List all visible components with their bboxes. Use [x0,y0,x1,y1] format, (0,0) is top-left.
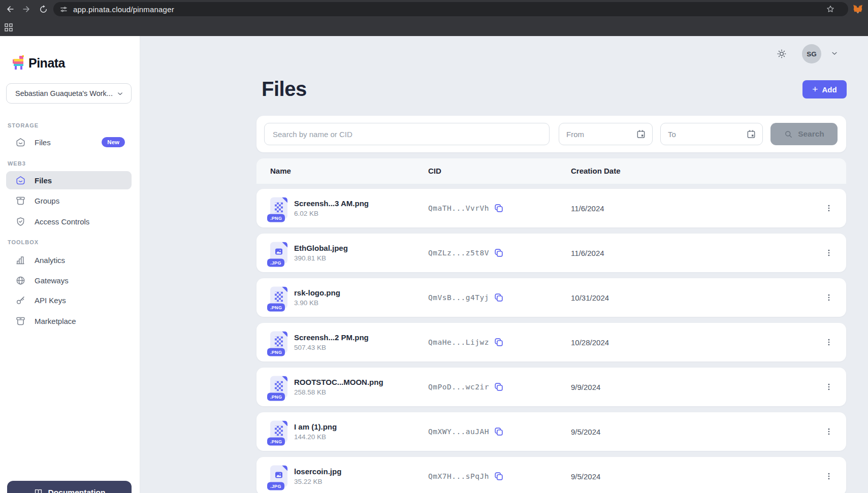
file-name-cell: EthGlobal.jpeg 390.81 KB [294,244,348,262]
calendar-icon [636,129,646,139]
sidebar-item-api-keys[interactable]: API Keys [6,291,132,309]
sidebar-item-groups[interactable]: Groups [6,191,132,210]
file-name-cell: Screensh...3 AM.png 6.02 KB [294,199,369,217]
search-button[interactable]: Search [770,123,838,145]
copy-icon [493,426,504,437]
row-menu-button[interactable] [822,201,836,215]
file-cid: QmZLz...z5t8V [428,249,489,257]
date-to-field[interactable] [660,123,763,145]
png-checker-glyph [275,337,283,347]
sidebar-item-files-storage[interactable]: Files New [6,133,132,151]
file-cid: QmX7H...sPqJh [428,472,489,480]
table-row[interactable]: .PNG I am (1).png 144.20 KB QmXWY...auJA… [256,412,846,451]
column-header-date: Creation Date [571,167,621,175]
file-cid: QmXWY...auJAH [428,428,489,436]
file-type-icon: .PNG [270,376,287,398]
file-cid: QmVsB...g4Tyj [428,293,489,302]
file-type-icon: .PNG [270,287,287,309]
new-badge: New [102,137,125,147]
copy-cid-button[interactable] [492,336,505,349]
row-menu-button[interactable] [822,469,836,483]
dots-vertical-icon [824,204,833,213]
column-header-cid: CID [428,167,441,175]
file-ext-badge: .PNG [267,393,285,401]
user-avatar[interactable]: SG [802,44,821,63]
pin-files-icon [15,137,26,148]
row-menu-button[interactable] [822,290,836,305]
file-name: rsk-logo.png [294,288,340,297]
forward-arrow-icon [21,4,31,14]
table-row[interactable]: .JPG EthGlobal.jpeg 390.81 KB QmZLz...z5… [256,234,846,272]
copy-icon [493,471,504,482]
copy-cid-button[interactable] [492,291,505,304]
browser-back-button[interactable] [4,3,16,15]
row-menu-button[interactable] [822,380,836,394]
row-menu-button[interactable] [822,246,836,260]
file-size: 144.20 KB [294,433,337,441]
sidebar: Pinata Sebastian Guaqueta's Work... STOR… [0,36,140,493]
table-row[interactable]: .PNG ROOTSTOC...MOON.png 258.58 KB QmPoD… [256,368,846,406]
dots-vertical-icon [824,248,833,257]
bar-chart-icon [15,255,26,266]
key-icon [15,295,26,306]
sidebar-item-label: Access Controls [35,217,89,226]
search-input[interactable] [264,123,550,145]
add-button-label: Add [822,85,837,94]
sidebar-item-marketplace[interactable]: Marketplace [6,312,132,330]
file-name-cell: rsk-logo.png 3.90 KB [294,288,340,307]
copy-cid-button[interactable] [492,470,505,483]
pin-files-icon [15,175,26,186]
file-date: 11/6/2024 [571,204,604,213]
pinata-logo[interactable]: Pinata [13,55,65,71]
png-checker-glyph [275,381,283,391]
date-to-input[interactable] [662,130,746,139]
file-cid: QmaTH...VvrVh [428,204,489,212]
logo-text: Pinata [28,56,65,71]
documentation-label: Documentation [48,488,106,493]
row-menu-button[interactable] [822,424,836,439]
url-text: app.pinata.cloud/pinmanager [73,5,174,14]
file-name: EthGlobal.jpeg [294,244,348,252]
table-row[interactable]: .JPG losercoin.jpg 35.22 KB QmX7H...sPqJ… [256,457,846,493]
sidebar-item-label: Files [35,176,52,185]
section-label-web3: WEB3 [8,160,26,167]
sidebar-item-analytics[interactable]: Analytics [6,251,132,269]
copy-cid-button[interactable] [492,425,505,438]
sidebar-item-access-controls[interactable]: Access Controls [6,212,132,231]
date-from-field[interactable] [559,123,653,145]
documentation-button[interactable]: Documentation [7,481,132,493]
table-row[interactable]: .PNG Screensh...3 AM.png 6.02 KB QmaTH..… [256,189,846,227]
jpg-photo-glyph [275,248,283,255]
file-ext-badge: .JPG [267,482,284,490]
file-name: Screensh...3 AM.png [294,199,369,208]
file-type-icon: .PNG [270,332,287,353]
shield-check-icon [15,216,26,227]
copy-cid-button[interactable] [492,246,505,259]
file-ext-badge: .JPG [267,259,284,267]
metamask-extension-icon[interactable] [852,4,863,15]
copy-cid-button[interactable] [492,380,505,393]
browser-reload-button[interactable] [37,3,49,15]
bookmark-star-button[interactable] [825,4,836,15]
sidebar-item-gateways[interactable]: Gateways [6,271,132,289]
browser-forward-button[interactable] [20,3,33,15]
file-ext-badge: .PNG [267,348,285,356]
theme-toggle-button[interactable] [776,48,787,59]
copy-cid-button[interactable] [492,202,505,215]
file-size: 390.81 KB [294,254,348,262]
workspace-selector[interactable]: Sebastian Guaqueta's Work... [6,83,132,104]
plus-icon: + [812,84,818,94]
filters-card: Search [256,116,846,152]
url-bar[interactable]: app.pinata.cloud/pinmanager [53,2,848,16]
apps-grid-icon[interactable] [5,23,13,31]
row-menu-button[interactable] [822,335,836,349]
table-row[interactable]: .PNG Screensh...2 PM.png 507.43 KB QmaHe… [256,323,846,361]
account-menu-button[interactable] [830,49,839,58]
copy-icon [493,247,504,258]
sidebar-item-files-web3[interactable]: Files [6,171,132,189]
table-row[interactable]: .PNG rsk-logo.png 3.90 KB QmVsB...g4Tyj … [256,278,846,317]
add-button[interactable]: + Add [802,80,847,98]
main-content: SG Files + Add Search Name [140,36,868,493]
date-from-input[interactable] [560,130,636,139]
file-type-icon: .PNG [270,421,287,443]
